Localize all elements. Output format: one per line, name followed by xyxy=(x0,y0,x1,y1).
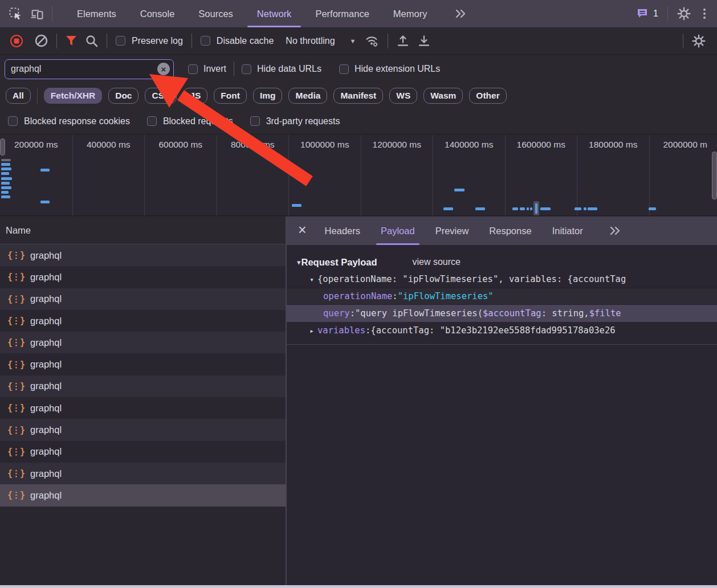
filter-chip-all[interactable]: All xyxy=(6,88,31,104)
detail-tab-payload[interactable]: Payload xyxy=(370,217,425,245)
tab-memory[interactable]: Memory xyxy=(381,0,439,27)
payload-row[interactable]: ▸variables: {accountTag: "b12e3b2192ee55… xyxy=(287,322,717,339)
hide-data-urls-checkbox[interactable]: Hide data URLs xyxy=(242,64,321,74)
timeline-column: 1400000 ms xyxy=(433,135,505,215)
filter-chip-doc[interactable]: Doc xyxy=(108,88,138,104)
filter-chip-ws[interactable]: WS xyxy=(389,88,417,104)
throttling-select[interactable]: No throttling ▼ xyxy=(286,36,356,46)
hide-extension-urls-checkbox[interactable]: Hide extension URLs xyxy=(339,64,440,74)
filter-chip-wasm[interactable]: Wasm xyxy=(423,88,463,104)
table-row[interactable]: {⋮}graphql xyxy=(0,288,286,310)
preserve-log-checkbox[interactable]: Preserve log xyxy=(116,36,183,46)
detail-tab-preview[interactable]: Preview xyxy=(425,217,479,245)
clear-filter-icon[interactable]: × xyxy=(157,63,170,75)
filter-chip-other[interactable]: Other xyxy=(469,88,506,104)
table-row[interactable]: {⋮}graphql xyxy=(0,397,286,419)
tab-sources[interactable]: Sources xyxy=(186,0,245,27)
disable-cache-checkbox[interactable]: Disable cache xyxy=(201,36,274,46)
network-conditions-icon[interactable] xyxy=(364,34,379,47)
table-row[interactable]: {⋮}graphql xyxy=(0,310,286,332)
issues-message-icon[interactable] xyxy=(636,7,649,20)
timeline-column: 200000 ms xyxy=(0,135,72,215)
checkbox-box[interactable] xyxy=(116,36,125,46)
detail-tab-headers[interactable]: Headers xyxy=(315,217,370,245)
timeline-request-bar xyxy=(588,207,597,210)
filter-chip-fetch-xhr[interactable]: Fetch/XHR xyxy=(44,88,102,104)
table-row[interactable]: {⋮}graphql xyxy=(0,353,286,375)
request-name: graphql xyxy=(30,403,62,414)
tab-network[interactable]: Network xyxy=(245,0,304,27)
settings-gear-icon[interactable] xyxy=(677,7,691,21)
customize-menu-icon[interactable] xyxy=(700,7,709,20)
blocked-requests-checkbox[interactable]: Blocked requests xyxy=(147,116,233,126)
network-overview-timeline[interactable]: 200000 ms400000 ms600000 ms800000 ms1000… xyxy=(0,135,717,216)
table-row[interactable]: {⋮}graphql xyxy=(0,484,286,506)
more-detail-tabs-button[interactable] xyxy=(597,217,633,245)
filter-input-wrap: × xyxy=(5,59,174,79)
export-har-icon[interactable] xyxy=(418,34,430,47)
clear-network-log-icon[interactable] xyxy=(35,34,48,47)
collapse-triangle-icon[interactable]: ▾ xyxy=(297,258,301,267)
timeline-tick-label: 800000 ms xyxy=(217,140,289,150)
request-name: graphql xyxy=(30,381,62,391)
3rd-party-requests-checkbox[interactable]: 3rd-party requests xyxy=(250,116,340,126)
filter-chip-img[interactable]: Img xyxy=(253,88,283,104)
timeline-request-bar xyxy=(40,201,50,203)
timeline-drag-handle[interactable] xyxy=(0,138,5,156)
blocked-response-cookies-label: Blocked response cookies xyxy=(24,116,130,126)
search-icon[interactable] xyxy=(85,35,98,47)
checkbox-box[interactable] xyxy=(339,64,349,74)
filter-input[interactable] xyxy=(5,59,174,79)
payload-row[interactable]: operationName: "ipFlowTimeseries" xyxy=(287,288,717,305)
tab-console[interactable]: Console xyxy=(128,0,187,27)
table-row[interactable]: {⋮}graphql xyxy=(0,375,286,397)
payload-row[interactable]: ▾{operationName: "ipFlowTimeseries", var… xyxy=(287,271,717,288)
checkbox-box[interactable] xyxy=(201,36,210,46)
expander-triangle-icon[interactable]: ▸ xyxy=(306,326,317,335)
table-row[interactable]: {⋮}graphql xyxy=(0,244,286,266)
checkbox-box[interactable] xyxy=(8,116,18,126)
checkbox-box[interactable] xyxy=(242,64,251,74)
table-row[interactable]: {⋮}graphql xyxy=(0,419,286,440)
timeline-request-bar xyxy=(540,207,551,210)
record-network-log-button[interactable] xyxy=(10,35,23,47)
timeline-request-bar xyxy=(1,186,11,189)
request-name: graphql xyxy=(30,468,62,479)
detail-tab-response[interactable]: Response xyxy=(479,217,541,245)
table-row[interactable]: {⋮}graphql xyxy=(0,266,286,288)
table-row[interactable]: {⋮}graphql xyxy=(0,441,286,463)
timeline-tick-label: 600000 ms xyxy=(145,140,217,150)
inspect-element-icon[interactable] xyxy=(9,7,22,21)
view-source-link[interactable]: view source xyxy=(413,257,461,267)
payload-row[interactable]: query: "query ipFlowTimeseries($accountT… xyxy=(287,305,717,322)
expander-triangle-icon[interactable]: ▾ xyxy=(306,275,317,284)
network-settings-gear-icon[interactable] xyxy=(692,34,706,48)
request-payload-title: Request Payload xyxy=(302,257,377,268)
checkbox-box[interactable] xyxy=(250,116,260,126)
invert-checkbox[interactable]: Invert xyxy=(188,64,226,74)
import-har-icon[interactable] xyxy=(397,34,409,47)
timeline-request-bar xyxy=(443,207,453,210)
tab-elements[interactable]: Elements xyxy=(65,0,128,27)
filter-funnel-icon[interactable] xyxy=(66,35,77,46)
timeline-tick-label: 2000000 m xyxy=(650,140,717,150)
requests-list: {⋮}graphql{⋮}graphql{⋮}graphql{⋮}graphql… xyxy=(0,244,286,507)
checkbox-box[interactable] xyxy=(147,116,157,126)
timeline-drag-handle[interactable] xyxy=(712,152,717,199)
table-row[interactable]: {⋮}graphql xyxy=(0,463,286,484)
device-toolbar-icon[interactable] xyxy=(30,7,44,21)
filter-chip-js[interactable]: JS xyxy=(183,88,207,104)
detail-tab-initiator[interactable]: Initiator xyxy=(542,217,593,245)
json-request-icon: {⋮} xyxy=(7,250,25,260)
filter-chip-manifest[interactable]: Manifest xyxy=(333,88,383,104)
filter-chip-css[interactable]: CSS xyxy=(145,88,177,104)
checkbox-box[interactable] xyxy=(188,64,198,74)
table-row[interactable]: {⋮}graphql xyxy=(0,332,286,353)
close-details-icon[interactable]: × xyxy=(287,222,315,240)
filter-chip-media[interactable]: Media xyxy=(288,88,327,104)
filter-chip-font[interactable]: Font xyxy=(214,88,247,104)
tab-performance[interactable]: Performance xyxy=(303,0,381,27)
more-tabs-button[interactable] xyxy=(442,0,479,27)
name-column-header[interactable]: Name xyxy=(0,217,286,244)
blocked-response-cookies-checkbox[interactable]: Blocked response cookies xyxy=(8,116,130,126)
